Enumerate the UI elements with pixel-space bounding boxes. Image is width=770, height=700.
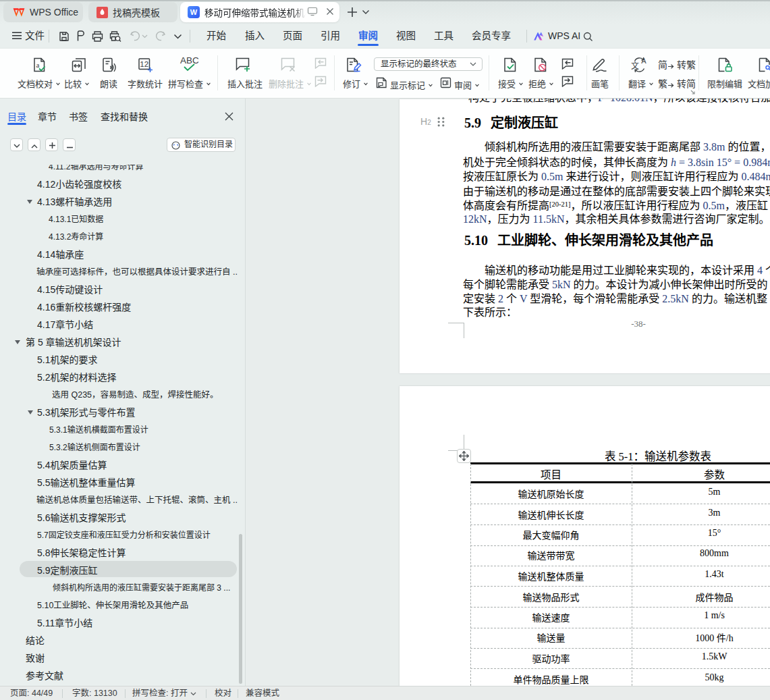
- svg-text:W: W: [190, 8, 198, 16]
- svg-text:ABC: ABC: [180, 55, 199, 65]
- svg-text:A: A: [641, 57, 647, 65]
- svg-text:12: 12: [140, 60, 148, 68]
- svg-text:a: a: [36, 61, 40, 69]
